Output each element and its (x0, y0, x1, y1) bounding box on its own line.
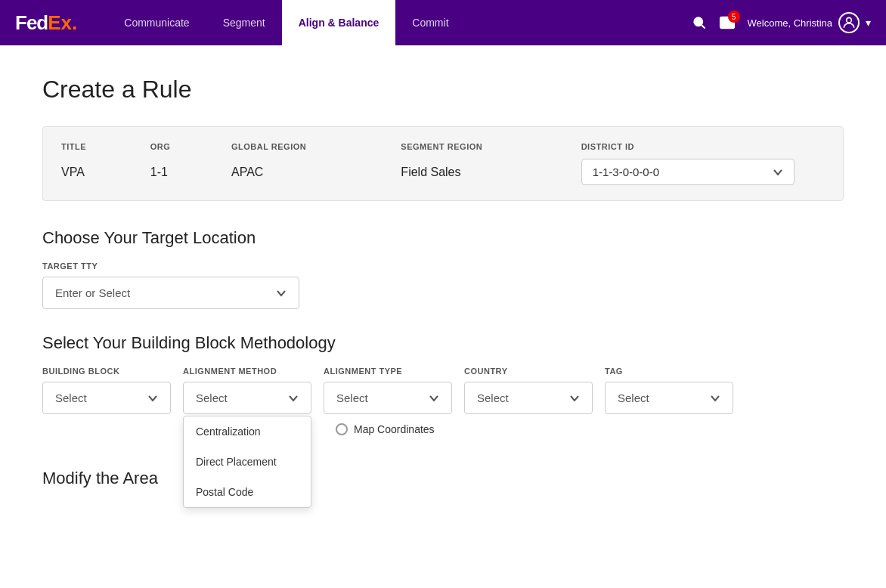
at-placeholder: Select (336, 391, 368, 404)
am-option-centralization[interactable]: Centralization (184, 416, 311, 447)
bb-placeholder: Select (55, 391, 87, 404)
district-value: 1-1-3-0-0-0-0 (593, 166, 659, 178)
bb-label: BUILDING BLOCK (42, 367, 171, 376)
target-tty-placeholder: Enter or Select (55, 286, 130, 299)
nav-welcome[interactable]: Welcome, Christina ▾ (748, 12, 871, 33)
country-dropdown[interactable]: Select (464, 382, 593, 414)
nav-communicate[interactable]: Communicate (107, 0, 206, 45)
building-block-section: Select Your Building Block Methodology B… (42, 333, 844, 444)
col-org: ORG (150, 142, 231, 159)
nav-items: Communicate Segment Align & Balance Comm… (107, 0, 691, 45)
col-global-region: GLOBAL REGION (231, 142, 401, 159)
svg-point-0 (694, 17, 702, 26)
building-block-fields-row: BUILDING BLOCK Select ALIGNMENT METHOD S… (42, 367, 844, 444)
tag-placeholder: Select (618, 391, 649, 404)
chevron-down-icon: ▾ (866, 17, 871, 29)
page-content: Create a Rule TITLE ORG GLOBAL REGION SE… (27, 45, 859, 518)
col-segment-region: SEGMENT REGION (401, 142, 581, 159)
alignment-method-group: ALIGNMENT METHOD Select Centralization D… (183, 367, 311, 414)
cell-global-region: APAC (231, 159, 401, 185)
search-button[interactable] (692, 15, 707, 30)
district-chevron-icon (773, 167, 783, 178)
table-row: VPA 1-1 APAC Field Sales 1-1-3-0-0-0-0 (61, 159, 825, 185)
avatar (838, 12, 860, 33)
svg-point-3 (847, 17, 852, 23)
target-tty-label: TARGET TTY (42, 262, 844, 271)
nav-right: 5 Welcome, Christina ▾ (692, 12, 871, 33)
building-block-dropdown[interactable]: Select (42, 382, 171, 414)
col-title: TITLE (61, 142, 150, 159)
building-block-group: BUILDING BLOCK Select (42, 367, 171, 414)
cell-org: 1-1 (150, 159, 231, 185)
cell-segment-region: Field Sales (401, 159, 581, 185)
navbar: FedEx. Communicate Segment Align & Balan… (0, 0, 886, 45)
country-group: COUNTRY Select (464, 367, 593, 414)
cell-district-id: 1-1-3-0-0-0-0 (581, 159, 825, 185)
map-coordinates-option[interactable]: Map Coordinates (324, 414, 452, 444)
alignment-type-dropdown[interactable]: Select (324, 382, 452, 414)
page-title: Create a Rule (42, 76, 844, 104)
alignment-method-menu: Centralization Direct Placement Postal C… (183, 416, 311, 508)
at-label: ALIGNMENT TYPE (324, 367, 452, 376)
svg-line-1 (701, 25, 705, 29)
tag-label: TAG (605, 367, 733, 376)
nav-commit[interactable]: Commit (395, 0, 465, 45)
country-label: COUNTRY (464, 367, 593, 376)
modify-title: Modify the Area (42, 469, 844, 488)
target-tty-chevron-icon (276, 288, 287, 299)
am-placeholder: Select (196, 391, 228, 404)
am-chevron-icon (288, 393, 299, 404)
cell-title: VPA (61, 159, 150, 185)
target-location-title: Choose Your Target Location (42, 228, 844, 248)
am-option-direct-placement[interactable]: Direct Placement (184, 447, 311, 477)
district-dropdown[interactable]: 1-1-3-0-0-0-0 (581, 159, 795, 185)
col-district-id: DISTRICT ID (581, 142, 825, 159)
alignment-type-group: ALIGNMENT TYPE Select Map Coordinates (324, 367, 452, 444)
target-tty-dropdown[interactable]: Enter or Select (42, 277, 299, 309)
building-block-title: Select Your Building Block Methodology (42, 333, 844, 353)
map-coordinates-radio[interactable] (336, 423, 348, 435)
tag-group: TAG Select (605, 367, 733, 414)
welcome-text: Welcome, Christina (748, 17, 832, 29)
alignment-method-dropdown[interactable]: Select (183, 382, 311, 414)
info-table: TITLE ORG GLOBAL REGION SEGMENT REGION D… (61, 142, 825, 185)
bb-chevron-icon (147, 393, 158, 404)
tag-chevron-icon (710, 393, 720, 404)
map-coordinates-label: Map Coordinates (354, 423, 435, 435)
nav-align-balance[interactable]: Align & Balance (282, 0, 396, 45)
am-option-postal-code[interactable]: Postal Code (184, 477, 311, 507)
info-card: TITLE ORG GLOBAL REGION SEGMENT REGION D… (42, 126, 844, 201)
nav-segment[interactable]: Segment (206, 0, 282, 45)
logo-fed-text: Fed (15, 11, 48, 35)
logo-dot-text: . (72, 11, 77, 35)
country-placeholder: Select (477, 391, 509, 404)
target-location-section: Choose Your Target Location TARGET TTY E… (42, 228, 844, 309)
tag-dropdown[interactable]: Select (605, 382, 733, 414)
at-chevron-icon (429, 393, 439, 404)
mail-badge: 5 (728, 11, 740, 23)
search-icon (692, 15, 707, 30)
country-chevron-icon (569, 393, 580, 404)
logo-ex-text: Ex (48, 11, 72, 35)
mail-button[interactable]: 5 (719, 14, 736, 31)
am-label: ALIGNMENT METHOD (183, 367, 311, 376)
logo[interactable]: FedEx. (15, 11, 77, 35)
